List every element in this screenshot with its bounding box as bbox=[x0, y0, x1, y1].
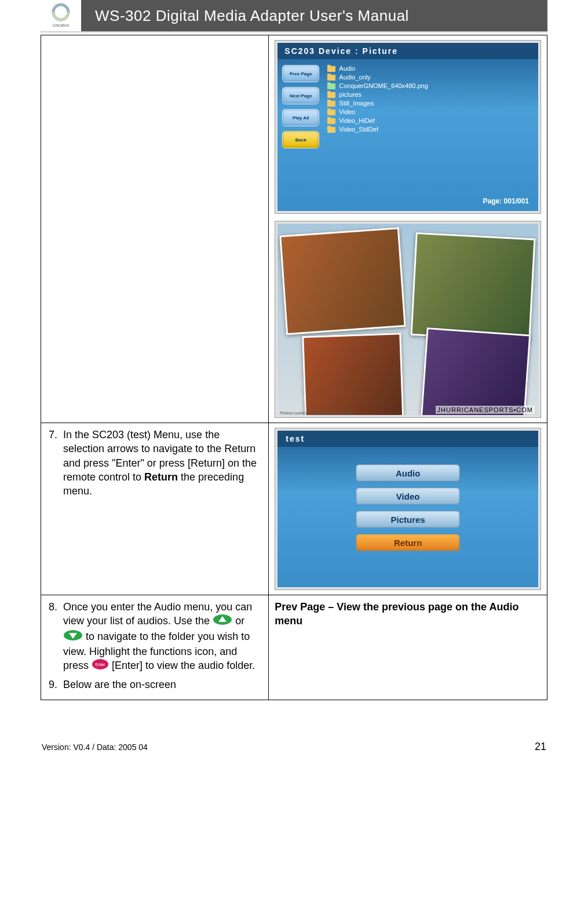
svg-text:Enter: Enter bbox=[96, 663, 105, 667]
enter-button-icon: Enter bbox=[92, 658, 109, 674]
svg-rect-6 bbox=[327, 82, 331, 85]
unication-logo-icon: Unication bbox=[48, 2, 74, 29]
page-number: 21 bbox=[535, 741, 546, 753]
svg-rect-2 bbox=[327, 65, 331, 67]
folder-icon bbox=[327, 65, 335, 72]
file-list-label: Video_StdDef bbox=[339, 126, 378, 133]
svg-rect-12 bbox=[327, 108, 331, 111]
device-page-indicator: Page: 001/001 bbox=[483, 197, 529, 205]
folder-icon bbox=[327, 117, 335, 124]
file-list-item[interactable]: Still_Images bbox=[327, 100, 428, 107]
file-list-label: Video bbox=[339, 108, 355, 115]
prev-page-button[interactable]: Prev Page bbox=[282, 65, 319, 82]
folder-icon bbox=[327, 74, 335, 81]
step-number: 7. bbox=[47, 428, 63, 498]
folder-icon bbox=[327, 91, 335, 98]
file-list-item[interactable]: pictures bbox=[327, 91, 428, 98]
row1-right-screenshots: SC203 Device : Picture Prev Page Next Pa… bbox=[269, 35, 547, 423]
folder-icon bbox=[327, 108, 335, 115]
page-header: Unication WS-302 Digital Media Adapter U… bbox=[41, 0, 547, 32]
file-list-label: Audio_only bbox=[339, 74, 370, 81]
test-menu-item-video[interactable]: Video bbox=[356, 487, 460, 505]
page-footer: Version: V0.4 / Data: 2005 04 21 bbox=[41, 741, 547, 753]
svg-rect-16 bbox=[327, 126, 331, 128]
row2-right-screenshot: test AudioVideoPicturesReturn bbox=[269, 423, 547, 595]
step-number: 9. bbox=[47, 678, 63, 691]
collage-photo bbox=[421, 327, 531, 415]
file-list-label: pictures bbox=[339, 91, 361, 98]
page-title: WS-302 Digital Media Adapter User's Manu… bbox=[81, 0, 547, 31]
file-list-item[interactable]: Video bbox=[327, 108, 428, 115]
screenshot-test-menu: test AudioVideoPicturesReturn bbox=[275, 428, 541, 590]
file-list-item[interactable]: Audio bbox=[327, 65, 428, 72]
file-list-label: ConquerGNOME_640x480.png bbox=[339, 82, 428, 89]
row3-left-steps: 8. Once you enter the Audio menu, you ca… bbox=[41, 595, 269, 700]
row2-left-step7: 7. In the SC203 (test) Menu, use the sel… bbox=[41, 423, 269, 595]
file-list-label: Audio bbox=[339, 65, 355, 72]
device-screen-title: SC203 Device : Picture bbox=[277, 43, 538, 59]
device-file-list: AudioAudio_onlyConquerGNOME_640x480.pngp… bbox=[327, 65, 428, 148]
file-list-item[interactable]: Video_StdDef bbox=[327, 126, 428, 133]
file-list-label: Still_Images bbox=[339, 100, 374, 107]
svg-rect-14 bbox=[327, 117, 331, 119]
step-number: 8. bbox=[47, 600, 63, 674]
brand-logo-text: Unication bbox=[52, 23, 69, 27]
device-screen-ui: SC203 Device : Picture Prev Page Next Pa… bbox=[277, 43, 538, 211]
screenshot-photo-collage: JHURRICANESPORTS•COM Photos courtesy of … bbox=[275, 221, 541, 418]
test-menu-item-pictures[interactable]: Pictures bbox=[356, 511, 460, 528]
test-screen-title: test bbox=[277, 431, 538, 447]
step9-text: Below are the on-screen bbox=[63, 678, 262, 691]
collage-photo bbox=[411, 232, 536, 342]
collage-photo bbox=[302, 333, 404, 415]
step8-text: Once you enter the Audio menu, you can v… bbox=[63, 600, 262, 674]
device-nav-buttons: Prev Page Next Page Play All Back bbox=[282, 65, 319, 148]
test-menu-list: AudioVideoPicturesReturn bbox=[277, 464, 538, 551]
svg-rect-10 bbox=[327, 100, 331, 102]
row1-left-empty bbox=[41, 35, 269, 423]
back-button[interactable]: Back bbox=[282, 131, 319, 148]
row3-right-heading-cell: Prev Page – View the previous page on th… bbox=[269, 595, 547, 700]
play-all-button[interactable]: Play All bbox=[282, 109, 319, 126]
up-arrow-icon bbox=[213, 614, 232, 629]
svg-rect-4 bbox=[327, 74, 331, 76]
test-menu-item-audio[interactable]: Audio bbox=[356, 464, 460, 482]
file-list-item[interactable]: Audio_only bbox=[327, 74, 428, 81]
svg-rect-8 bbox=[327, 91, 331, 93]
next-page-button[interactable]: Next Page bbox=[282, 87, 319, 104]
collage-photo bbox=[280, 227, 406, 335]
screenshot-device-picture: SC203 Device : Picture Prev Page Next Pa… bbox=[275, 40, 541, 214]
step7-text: In the SC203 (test) Menu, use the select… bbox=[63, 428, 262, 498]
folder-icon bbox=[327, 126, 335, 133]
folder-icon bbox=[327, 100, 335, 107]
collage-caption: Photos courtesy of the Associated Press bbox=[280, 411, 352, 415]
file-list-item[interactable]: Video_HiDef bbox=[327, 117, 428, 124]
file-list-label: Video_HiDef bbox=[339, 117, 375, 124]
down-arrow-icon bbox=[63, 629, 83, 645]
brand-logo: Unication bbox=[41, 0, 81, 31]
version-text: Version: V0.4 / Data: 2005 04 bbox=[42, 743, 148, 752]
prev-page-description: Prev Page – View the previous page on th… bbox=[275, 600, 541, 628]
file-icon bbox=[327, 82, 335, 89]
instruction-table: SC203 Device : Picture Prev Page Next Pa… bbox=[41, 35, 547, 700]
test-menu-item-return[interactable]: Return bbox=[356, 534, 460, 551]
file-list-item[interactable]: ConquerGNOME_640x480.png bbox=[327, 82, 428, 89]
collage-watermark: JHURRICANESPORTS•COM bbox=[436, 406, 535, 414]
